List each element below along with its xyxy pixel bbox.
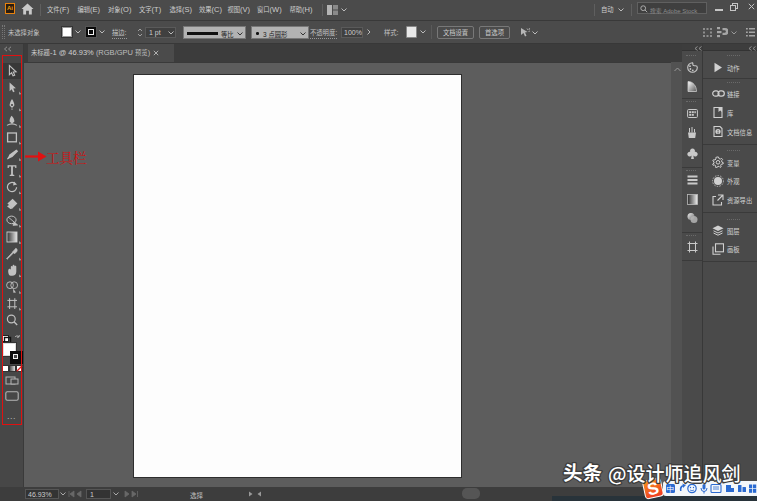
svg-text:@设计师追风剑: @设计师追风剑 bbox=[608, 459, 740, 486]
svg-text:头条: 头条 bbox=[563, 457, 602, 486]
